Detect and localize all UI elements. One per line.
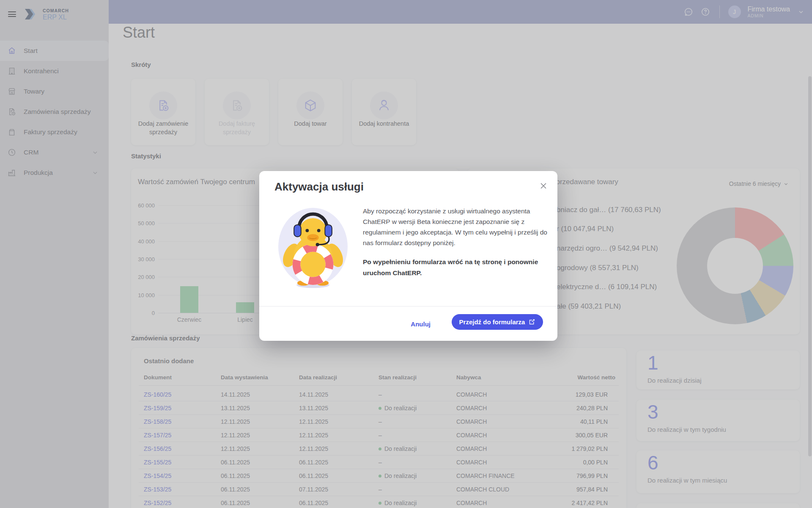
go-to-form-button[interactable]: Przejdź do formularza: [452, 314, 543, 330]
modal-paragraph-bold: Po wypełnieniu formularza wróć na tę str…: [363, 257, 550, 278]
modal-footer: Anuluj Przejdź do formularza: [259, 306, 557, 341]
activation-modal: Aktywacja usługi: [259, 171, 557, 341]
duck-mascot-illustration: [276, 207, 351, 291]
close-icon[interactable]: [539, 181, 548, 190]
go-to-form-label: Przejdź do formularza: [459, 318, 525, 326]
cancel-button[interactable]: Anuluj: [407, 318, 434, 330]
modal-body: Aby rozpocząć korzystanie z usługi wirtu…: [363, 206, 550, 278]
external-link-icon: [528, 318, 535, 326]
app-root: J Firma testowa ADMIN COMARCH ERP XL: [0, 0, 812, 508]
modal-paragraph: Aby rozpocząć korzystanie z usługi wirtu…: [363, 206, 550, 248]
modal-title: Aktywacja usługi: [274, 180, 364, 193]
